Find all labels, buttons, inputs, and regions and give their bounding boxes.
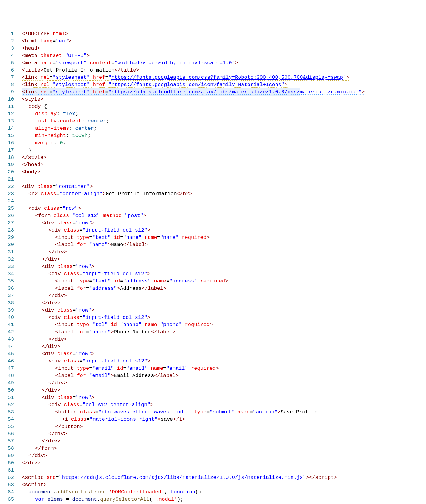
line-number: 34 — [0, 270, 15, 278]
line-number: 10 — [0, 96, 15, 103]
code-line[interactable]: 40<div class="input-field col s12"> — [0, 314, 426, 321]
code-line[interactable]: 10<style> — [0, 96, 426, 103]
line-number: 17 — [0, 147, 15, 154]
line-number: 28 — [0, 227, 15, 234]
url-link[interactable]: https://fonts.googleapis.com/icon?family… — [111, 82, 281, 88]
line-number: 49 — [0, 379, 15, 387]
code-line[interactable]: 36<label for="address">Address</label> — [0, 285, 426, 292]
code-line[interactable]: 34<div class="input-field col s12"> — [0, 270, 426, 278]
line-number: 13 — [0, 118, 15, 125]
line-number: 44 — [0, 343, 15, 350]
line-number: 30 — [0, 241, 15, 249]
code-line[interactable]: 24 — [0, 198, 426, 205]
code-line[interactable]: 28<div class="input-field col s12"> — [0, 227, 426, 234]
code-line[interactable]: 20<body> — [0, 169, 426, 176]
url-link[interactable]: https://cdnjs.cloudflare.com/ajax/libs/m… — [111, 89, 358, 95]
line-number: 64 — [0, 489, 15, 496]
line-number: 55 — [0, 423, 15, 430]
code-line[interactable]: 4<meta charset="UTF-8"> — [0, 52, 426, 59]
code-line[interactable]: 35<input type="text" id="address" name="… — [0, 278, 426, 285]
code-line[interactable]: 16margin: 0; — [0, 139, 426, 147]
code-line[interactable]: 39<div class="row"> — [0, 307, 426, 314]
line-number: 39 — [0, 307, 15, 314]
code-line[interactable]: 57</div> — [0, 438, 426, 445]
code-line[interactable]: 56</div> — [0, 430, 426, 438]
code-line[interactable]: 26<form class="col s12" method="post"> — [0, 212, 426, 219]
line-number: 60 — [0, 459, 15, 467]
line-number: 53 — [0, 409, 15, 416]
code-line[interactable]: 27<div class="row"> — [0, 219, 426, 227]
code-line[interactable]: 21 — [0, 176, 426, 183]
code-line[interactable]: 43</div> — [0, 336, 426, 343]
code-line[interactable]: 7<link rel="stylesheet" href="https://fo… — [0, 74, 426, 81]
code-line[interactable]: 51<div class="row"> — [0, 394, 426, 401]
code-line[interactable]: 33<div class="row"> — [0, 263, 426, 270]
line-number: 40 — [0, 314, 15, 321]
line-number: 9 — [0, 88, 15, 96]
code-line[interactable]: 58</form> — [0, 445, 426, 452]
code-line[interactable]: 47<input type="email" id="email" name="e… — [0, 365, 426, 372]
line-number: 21 — [0, 176, 15, 183]
code-line[interactable]: 12display: flex; — [0, 110, 426, 118]
line-number: 7 — [0, 74, 15, 81]
code-line[interactable]: 55</button> — [0, 423, 426, 430]
code-line[interactable]: 18</style> — [0, 154, 426, 161]
line-number: 36 — [0, 285, 15, 292]
code-line[interactable]: 60</div> — [0, 459, 426, 467]
code-line[interactable]: 6<title>Get Profile Information</title> — [0, 67, 426, 74]
code-line[interactable]: 32</div> — [0, 256, 426, 263]
line-number: 27 — [0, 219, 15, 227]
line-number: 3 — [0, 45, 15, 52]
code-line[interactable]: 61 — [0, 467, 426, 474]
code-line[interactable]: 25<div class="row"> — [0, 205, 426, 212]
line-number: 4 — [0, 52, 15, 59]
code-line[interactable]: 41<input type="tel" id="phone" name="pho… — [0, 321, 426, 329]
code-line[interactable]: 23<h2 class="center-align">Get Profile I… — [0, 190, 426, 198]
code-line[interactable]: 14align-items: center; — [0, 125, 426, 132]
code-line[interactable]: 19</head> — [0, 161, 426, 169]
line-number: 20 — [0, 169, 15, 176]
code-line[interactable]: 45<div class="row"> — [0, 350, 426, 358]
code-line[interactable]: 8<link rel="stylesheet" href="https://fo… — [0, 81, 426, 88]
code-line[interactable]: 29<input type="text" id="name" name="nam… — [0, 234, 426, 241]
code-line[interactable]: 53<button class="btn waves-effect waves-… — [0, 409, 426, 416]
line-number: 56 — [0, 430, 15, 438]
code-line[interactable]: 62<script src="https://cdnjs.cloudflare.… — [0, 474, 426, 481]
code-line[interactable]: 11body { — [0, 103, 426, 110]
code-line[interactable]: 42<label for="phone">Phone Number</label… — [0, 329, 426, 336]
line-number: 31 — [0, 249, 15, 256]
code-line[interactable]: 44</div> — [0, 343, 426, 350]
code-line[interactable]: 49</div> — [0, 379, 426, 387]
code-line[interactable]: 13justify-content: center; — [0, 118, 426, 125]
code-editor[interactable]: 1<!DOCTYPE html> 2<html lang="en"> 3<hea… — [0, 29, 426, 504]
line-number: 63 — [0, 481, 15, 489]
code-line[interactable]: 15min-height: 100vh; — [0, 132, 426, 139]
code-line[interactable]: 63<script> — [0, 481, 426, 489]
code-line[interactable]: 2<html lang="en"> — [0, 38, 426, 45]
code-line[interactable]: 1<!DOCTYPE html> — [0, 30, 426, 38]
url-link[interactable]: https://cdnjs.cloudflare.com/ajax/libs/m… — [62, 475, 303, 480]
line-number: 1 — [0, 30, 15, 38]
line-number: 6 — [0, 67, 15, 74]
code-line[interactable]: 17} — [0, 147, 426, 154]
code-line[interactable]: 9<link rel="stylesheet" href="https://cd… — [0, 88, 426, 96]
code-line[interactable]: 38</div> — [0, 299, 426, 307]
code-line[interactable]: 54<i class="material-icons right">save</… — [0, 416, 426, 423]
code-line[interactable]: 5<meta name="viewport" content="width=de… — [0, 59, 426, 67]
line-number: 32 — [0, 256, 15, 263]
code-line[interactable]: 65var elems = document.querySelectorAll(… — [0, 496, 426, 503]
code-line[interactable]: 52<div class="col s12 center-align"> — [0, 401, 426, 409]
code-line[interactable]: 64document.addEventListener('DOMContentL… — [0, 489, 426, 496]
code-line[interactable]: 59</div> — [0, 452, 426, 459]
code-line[interactable]: 3<head> — [0, 45, 426, 52]
code-line[interactable]: 30<label for="name">Name</label> — [0, 241, 426, 249]
code-line[interactable]: 50</div> — [0, 387, 426, 394]
code-line[interactable]: 22<div class="container"> — [0, 183, 426, 190]
code-line[interactable]: 31</div> — [0, 249, 426, 256]
url-link[interactable]: https://fonts.googleapis.com/css?family=… — [111, 75, 343, 80]
code-line[interactable]: 46<div class="input-field col s12"> — [0, 358, 426, 365]
code-line[interactable]: 48<label for="email">Email Address</labe… — [0, 372, 426, 379]
code-line[interactable]: 37</div> — [0, 292, 426, 299]
line-number: 22 — [0, 183, 15, 190]
line-number: 45 — [0, 350, 15, 358]
